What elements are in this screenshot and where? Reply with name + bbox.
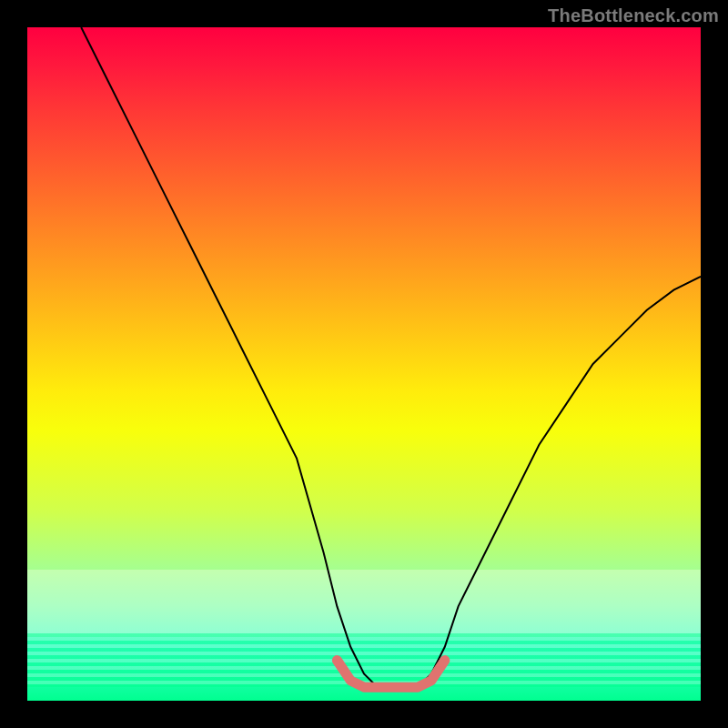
chart-frame: TheBottleneck.com xyxy=(0,0,728,728)
watermark-text: TheBottleneck.com xyxy=(548,5,719,26)
curve-svg xyxy=(27,27,701,701)
valley-highlight-path xyxy=(337,661,444,688)
plot-area xyxy=(27,27,701,701)
series-layer xyxy=(81,27,701,687)
bottleneck-curve-path xyxy=(81,27,701,687)
